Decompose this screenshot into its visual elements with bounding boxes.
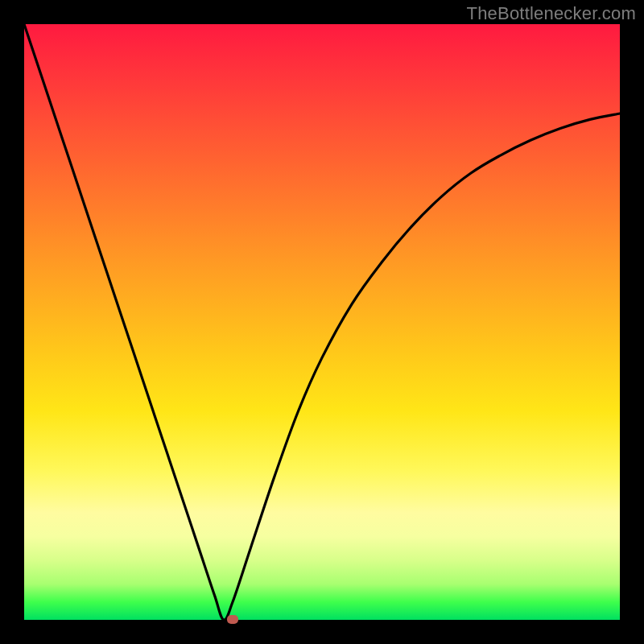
bottleneck-curve xyxy=(24,24,620,620)
watermark-text: TheBottlenecker.com xyxy=(467,3,636,24)
plot-area xyxy=(24,24,620,620)
optimal-point-marker xyxy=(227,615,238,624)
chart-frame: TheBottlenecker.com xyxy=(0,0,644,644)
